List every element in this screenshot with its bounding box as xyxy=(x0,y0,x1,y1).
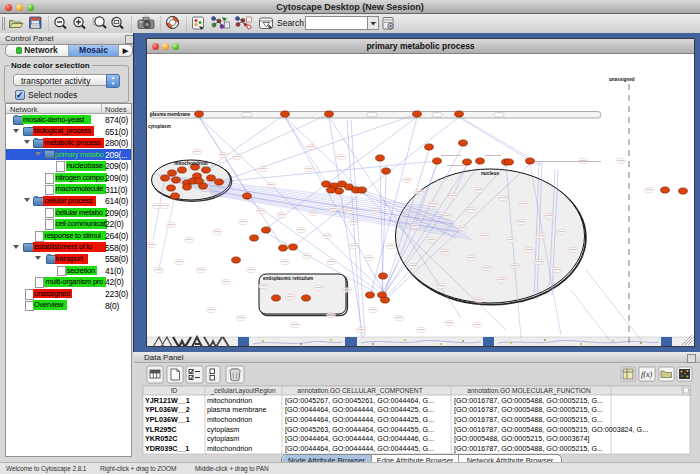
svg-text:[GO:0045267, GO:0045261, GO:00: [GO:0045267, GO:0045261, GO:0044464, G..… xyxy=(285,396,434,405)
svg-text:plasma membrane: plasma membrane xyxy=(207,405,267,414)
svg-text:mitochondrion: mitochondrion xyxy=(207,396,252,405)
svg-text:endoplasmic reticulum: endoplasmic reticulum xyxy=(263,276,313,281)
svg-text:[GO:0044464, GO:0044444, GO:00: [GO:0044464, GO:0044444, GO:0044446, G..… xyxy=(285,434,434,443)
svg-text:[GO:0044464, GO:0044444, GO:00: [GO:0044464, GO:0044444, GO:0044425, G..… xyxy=(285,405,434,414)
svg-text:unassigned: unassigned xyxy=(609,77,635,82)
svg-text:[GO:0045263, GO:0044464, GO:00: [GO:0045263, GO:0044464, GO:0044455, G..… xyxy=(285,425,434,434)
svg-text:[GO:0005488, GO:0005215, GO:00: [GO:0005488, GO:0005215, GO:0003674] xyxy=(454,434,589,443)
svg-text:cytoplasm: cytoplasm xyxy=(148,124,171,129)
svg-text:mitochondrion: mitochondrion xyxy=(174,161,208,166)
svg-text:plasma membrane: plasma membrane xyxy=(150,112,191,117)
svg-text:[GO:0044464, GO:0044444, GO:00: [GO:0044464, GO:0044444, GO:0044425, G..… xyxy=(285,415,434,424)
svg-text:annotation.GO MOLECULAR_FUNCTI: annotation.GO MOLECULAR_FUNCTION xyxy=(467,387,591,395)
svg-text:YLR295C: YLR295C xyxy=(145,425,177,434)
svg-text:[GO:0044464, GO:0044444, GO:00: [GO:0044464, GO:0044444, GO:0044445, G..… xyxy=(285,444,434,453)
svg-text:[GO:0016787, GO:0005488, GO:00: [GO:0016787, GO:0005488, GO:0005215, G..… xyxy=(454,444,603,453)
svg-text:YDR039C__1: YDR039C__1 xyxy=(145,444,189,453)
svg-text:Search:: Search: xyxy=(277,18,306,28)
svg-text:[GO:0016787, GO:0005488, GO:00: [GO:0016787, GO:0005488, GO:0005215, GO:… xyxy=(454,425,648,434)
svg-text:cytoplasm: cytoplasm xyxy=(207,434,239,443)
svg-text:YKR052C: YKR052C xyxy=(145,434,177,443)
svg-text:_cellularLayoutRegion: _cellularLayoutRegion xyxy=(209,387,276,395)
svg-text:[GO:0016787, GO:0005488, GO:00: [GO:0016787, GO:0005488, GO:0005215, G..… xyxy=(454,396,603,405)
svg-text:nucleus: nucleus xyxy=(481,171,499,176)
svg-text:mitochondrion: mitochondrion xyxy=(207,444,252,453)
svg-text:[GO:0016787, GO:0005488, GO:00: [GO:0016787, GO:0005488, GO:0005215, G..… xyxy=(454,415,603,424)
svg-text:cytoplasm: cytoplasm xyxy=(207,425,239,434)
svg-text:YPL036W__1: YPL036W__1 xyxy=(145,415,190,424)
svg-text:YJR121W__1: YJR121W__1 xyxy=(145,396,190,405)
svg-text:f(x): f(x) xyxy=(641,370,652,379)
svg-text:[GO:0016787, GO:0005488, GO:00: [GO:0016787, GO:0005488, GO:0005215, G..… xyxy=(454,405,603,414)
svg-text:annotation.GO CELLULAR_COMPONE: annotation.GO CELLULAR_COMPONENT xyxy=(297,387,422,395)
svg-text:mitochondrion: mitochondrion xyxy=(207,415,252,424)
svg-text:ID: ID xyxy=(171,387,178,394)
svg-text:YPL036W__2: YPL036W__2 xyxy=(145,405,190,414)
